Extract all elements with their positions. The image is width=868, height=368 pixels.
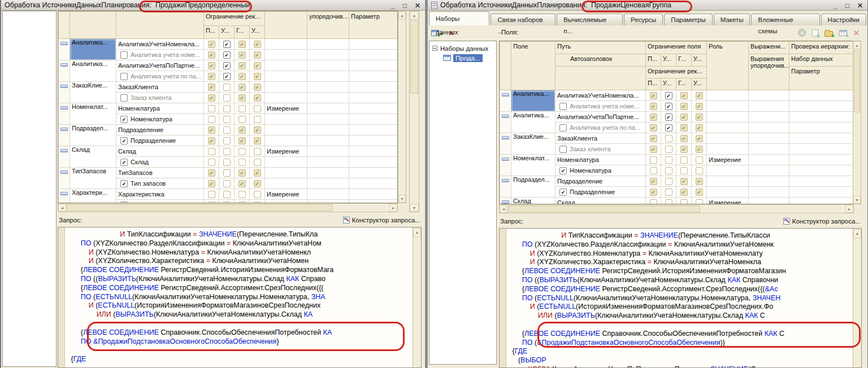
tab-6[interactable]: Макеты <box>714 14 750 25</box>
restriction-checkbox-cell[interactable] <box>219 189 235 200</box>
extra-cell[interactable] <box>789 165 854 176</box>
header-dataset[interactable]: Набор данных <box>789 54 854 67</box>
header-parameter[interactable]: Параметр <box>349 12 398 39</box>
row-grip[interactable] <box>500 133 511 155</box>
role-cell[interactable] <box>707 144 749 155</box>
role-cell[interactable]: Измерение <box>265 103 307 114</box>
role-cell[interactable] <box>265 93 307 103</box>
restriction-checkbox-cell[interactable]: ✔ <box>646 187 661 198</box>
row-handle-icon[interactable] <box>60 106 68 109</box>
tab-7[interactable]: Вложенные схемы <box>751 14 819 25</box>
field-cell[interactable]: Аналитика... <box>511 112 555 133</box>
title-enabled-checkbox[interactable]: ✔ <box>559 167 567 174</box>
row-grip[interactable] <box>59 146 70 168</box>
restriction-checkbox-cell[interactable]: ✔ <box>204 50 219 60</box>
restriction-checkbox-cell[interactable] <box>219 125 235 135</box>
header-autotitle[interactable]: Автозаголовок <box>555 54 646 67</box>
role-cell[interactable] <box>265 178 307 189</box>
row-handle-icon[interactable] <box>502 136 509 139</box>
restriction-checkbox-cell[interactable] <box>235 114 250 125</box>
title-enabled-checkbox[interactable] <box>559 124 567 132</box>
extra-cell[interactable] <box>307 146 349 157</box>
restriction-checkbox-cell[interactable]: ✔ <box>204 168 219 178</box>
restriction-checkbox-cell[interactable]: ✔ <box>250 168 265 178</box>
header-expression-order[interactable]: Выражения упорядочив... <box>749 54 789 90</box>
path-cell[interactable]: Подразделение <box>116 125 204 135</box>
delete-field-button[interactable] <box>853 28 860 38</box>
extra-cell[interactable] <box>789 155 854 165</box>
header-cb-2[interactable]: У... <box>661 54 676 67</box>
role-cell[interactable] <box>265 114 307 125</box>
path-cell[interactable]: Номенклатура <box>116 103 204 114</box>
extra-cell[interactable] <box>789 90 854 101</box>
restriction-checkbox-cell[interactable] <box>646 165 661 176</box>
restriction-checkbox-cell[interactable] <box>250 146 265 157</box>
path-cell[interactable]: АналитикаУчетаНоменкла... <box>555 90 646 101</box>
restriction-checkbox-cell[interactable] <box>676 198 692 205</box>
field-cell[interactable]: Номенклат... <box>70 103 116 125</box>
restriction-checkbox-cell[interactable]: ✔ <box>235 178 250 189</box>
row-handle-icon[interactable] <box>502 179 509 182</box>
extra-cell[interactable] <box>749 198 789 205</box>
extra-cell[interactable] <box>789 144 854 155</box>
path-cell[interactable]: ТипЗапасов <box>116 168 204 178</box>
header-cb-3[interactable]: Г... <box>676 54 692 67</box>
role-cell[interactable] <box>707 176 749 187</box>
query-vertical-scrollbar[interactable] <box>413 227 421 367</box>
role-cell[interactable]: Измерение <box>265 146 307 157</box>
restriction-checkbox-cell[interactable] <box>235 157 250 168</box>
restriction-checkbox-cell[interactable]: ✔ <box>676 176 692 187</box>
restriction-checkbox-cell[interactable]: ✔ <box>235 60 250 71</box>
row-grip[interactable] <box>59 60 70 82</box>
scroll-right-icon[interactable] <box>845 205 853 213</box>
row-grip[interactable] <box>500 176 511 198</box>
extra-cell[interactable] <box>789 112 854 122</box>
row-grip[interactable] <box>500 198 511 205</box>
header-restriction-detail[interactable]: Ограничение рек... <box>646 67 707 78</box>
field-cell[interactable]: ЗаказКлие... <box>511 133 555 155</box>
restriction-checkbox-cell[interactable] <box>250 103 265 114</box>
path-title-cell[interactable]: Заказ клиента <box>555 144 646 155</box>
path-title-cell[interactable]: Аналитика учета по па... <box>555 122 646 133</box>
row-handle-icon[interactable] <box>60 128 68 131</box>
tree-item-dataset[interactable]: Прода... <box>429 53 496 63</box>
minimize-button[interactable]: _ <box>834 2 837 10</box>
maximize-button[interactable]: □ <box>403 2 407 10</box>
header-restriction-field[interactable]: Ограничение поля <box>646 42 707 54</box>
outer-vertical-scrollbar[interactable] <box>409 11 419 212</box>
field-cell[interactable]: Склад <box>511 198 555 205</box>
restriction-checkbox-cell[interactable]: ✔ <box>692 176 707 187</box>
path-cell[interactable]: АналитикаУчетаНоменкла... <box>116 39 204 50</box>
scrollbar-thumb[interactable] <box>508 205 700 212</box>
restriction-checkbox-cell[interactable] <box>219 178 235 189</box>
role-cell[interactable] <box>707 101 749 112</box>
restriction-checkbox-cell[interactable] <box>235 189 250 200</box>
restriction-checkbox-cell[interactable]: ✔ <box>692 101 707 112</box>
restriction-checkbox-cell[interactable] <box>661 144 676 155</box>
extra-cell[interactable] <box>307 82 349 93</box>
header-field[interactable]: Поле <box>511 42 555 90</box>
datasets-tree-panel[interactable] <box>2 11 57 367</box>
role-cell[interactable] <box>707 187 749 198</box>
restriction-checkbox-cell[interactable]: ✔ <box>250 93 265 103</box>
title-enabled-checkbox[interactable]: ✔ <box>120 159 128 166</box>
role-cell[interactable] <box>707 122 749 133</box>
row-handle-icon[interactable] <box>60 42 68 45</box>
scrollbar-thumb[interactable] <box>410 20 418 94</box>
restriction-checkbox-cell[interactable] <box>646 155 661 165</box>
restriction-checkbox-cell[interactable]: ✔ <box>676 90 692 101</box>
role-cell[interactable] <box>265 135 307 146</box>
extra-cell[interactable] <box>789 133 854 144</box>
role-cell[interactable]: Измерение <box>265 189 307 200</box>
restriction-checkbox-cell[interactable]: ✔ <box>692 144 707 155</box>
restriction-checkbox-cell[interactable]: ✔ <box>204 125 219 135</box>
row-grip[interactable] <box>59 82 70 103</box>
query-editor[interactable]: И ТипКлассификации = ЗНАЧЕНИЕ(Перечислен… <box>499 228 862 368</box>
restriction-checkbox-cell[interactable]: ✔ <box>250 39 265 50</box>
header-cb-4[interactable]: У... <box>250 26 265 39</box>
path-title-cell[interactable]: Аналитика учета номе... <box>555 101 646 112</box>
header-path[interactable]: Путь <box>555 42 646 54</box>
extra-cell[interactable] <box>307 168 349 178</box>
extra-cell[interactable] <box>307 71 349 82</box>
extra-cell[interactable] <box>789 101 854 112</box>
